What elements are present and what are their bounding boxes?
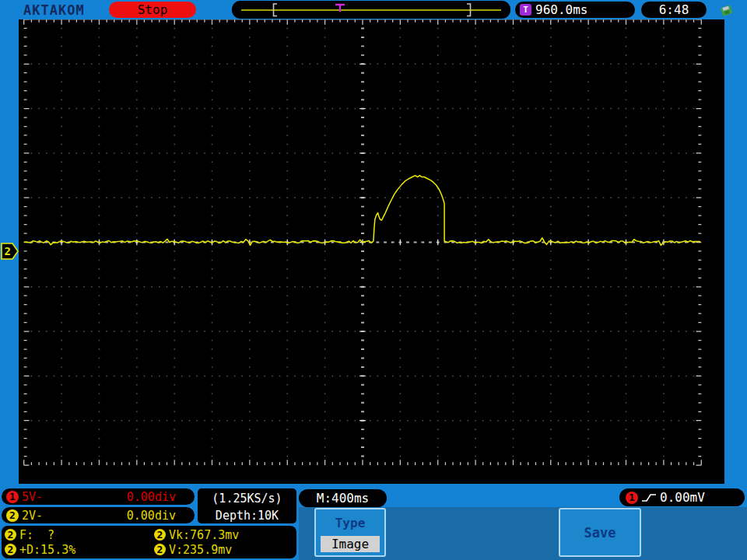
trigger-time-value: 960.0ms — [535, 2, 587, 17]
waveform-plot — [19, 19, 724, 484]
run-stop-button[interactable]: Stop — [109, 2, 196, 18]
channel1-status: 1 5V- 0.00div — [2, 488, 195, 505]
measurements-panel: 2 F: ? 2 Vk:767.3mv 2 +D:15.3% 2 V:235.9… — [2, 526, 296, 558]
measurement-channel-badge: 2 — [5, 529, 16, 541]
measurement-duty: 2 +D:15.3% — [5, 542, 154, 557]
trigger-source-badge: 1 — [626, 492, 638, 504]
measurement-channel-badge: 2 — [5, 544, 16, 555]
measurement-vk: 2 Vk:767.3mv — [154, 527, 293, 542]
clock-readout: 6:48 — [641, 2, 707, 18]
softkey-menu-panel: Type Image Save — [299, 507, 747, 560]
channel2-marker-label: 2 — [5, 245, 11, 257]
save-softkey-button[interactable]: Save — [559, 508, 641, 557]
channel1-badge: 1 — [6, 491, 19, 503]
trigger-position-graphic — [232, 1, 510, 19]
measurement-text: V:235.9mv — [169, 543, 232, 557]
type-softkey-button[interactable]: Type Image — [314, 508, 386, 557]
sample-rate: (1.25KS/s) — [198, 490, 296, 507]
measurement-channel-badge: 2 — [154, 529, 166, 541]
channel1-offset: 0.00div — [127, 490, 176, 504]
channel2-scale: 2V- — [22, 509, 43, 523]
timebase-readout: M:400ms — [299, 489, 387, 507]
rising-edge-icon — [641, 492, 657, 503]
save-label: Save — [584, 525, 616, 541]
trigger-level-readout: 1 0.00mV — [619, 488, 745, 506]
measurement-text: Vk:767.3mv — [169, 528, 239, 542]
measurement-frequency: 2 F: ? — [5, 527, 154, 542]
trigger-time-readout: T 960.0ms — [515, 2, 635, 18]
channel2-position-marker[interactable]: 2 — [1, 242, 19, 261]
channel2-status: 2 2V- 0.00div — [2, 507, 195, 523]
trigger-level-value: 0.00mV — [660, 490, 705, 505]
type-label: Type — [335, 516, 366, 530]
acquisition-info: (1.25KS/s) Depth:10K — [198, 488, 296, 523]
channel2-offset: 0.00div — [127, 509, 176, 523]
channel2-trace — [24, 176, 701, 246]
oscilloscope-screen: AKTAKOM Stop T 960.0ms 6:48 2 1 5V- 0.00… — [0, 0, 747, 560]
brand-label: AKTAKOM — [23, 2, 85, 18]
measurement-channel-badge: 2 — [154, 544, 166, 555]
measurement-text: F: ? — [19, 528, 54, 542]
memory-depth: Depth:10K — [198, 507, 296, 524]
graticule-display — [19, 19, 724, 484]
trigger-position-bar[interactable] — [232, 1, 510, 19]
measurement-text: +D:15.3% — [19, 543, 75, 557]
channel1-scale: 5V- — [22, 490, 43, 504]
channel2-badge: 2 — [6, 509, 19, 522]
trigger-t-icon: T — [520, 4, 531, 16]
type-selected-value[interactable]: Image — [321, 536, 380, 552]
measurement-v: 2 V:235.9mv — [154, 542, 293, 557]
usb-storage-icon — [719, 2, 735, 18]
